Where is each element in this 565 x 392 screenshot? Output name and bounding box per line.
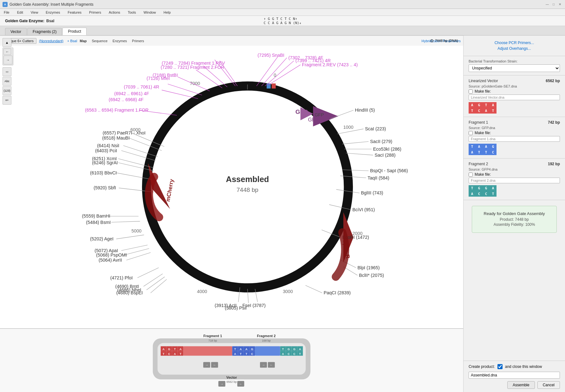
f1-oh-a: A [476,144,483,149]
menu-tools[interactable]: Tools [127,10,137,15]
menu-actions[interactable]: Actions [107,10,121,15]
vector-rev-icon: ← [239,382,242,386]
f2-oh-c2: C [483,191,490,197]
choose-pcr-link[interactable]: Choose PCR Primers... [469,40,560,46]
lv-size: 6562 bp [546,79,560,83]
bacterial-strain-dropdown[interactable]: Unspecified [469,64,560,72]
toolbar-text[interactable]: Abc [3,77,11,86]
assembly-product: Product: 7448 bp [477,217,551,222]
frag1for-label: (6563 .. 6594) Fragment 1.FOR [85,108,148,113]
menu-edit[interactable]: Edit [16,10,24,15]
maximize-button[interactable]: □ [551,2,556,7]
right-top-section: Choose PCR Primers... Adjust Overhangs..… [464,36,565,56]
frag2-size: 168 bp [262,339,270,342]
maubi-label: (6518) MauBI [102,135,130,140]
bspqi-label: BspQI - SapI (566) [370,168,408,173]
minimize-button[interactable]: — [545,2,550,7]
gfp-label2: GFP [308,117,318,122]
toolbar-left[interactable]: ← [3,49,11,55]
menu-help[interactable]: Help [162,10,172,15]
pcii-label: (6403) PciI [95,148,117,153]
tab-product[interactable]: Product [62,28,86,35]
title-bar: A Golden Gate Assembly: Insert Multiple … [0,0,565,9]
taqii-label: TaqII (584) [367,175,389,180]
lv-oh-a2: A [490,102,497,108]
menu-window[interactable]: Window [142,10,157,15]
create-product-checkbox[interactable] [497,364,503,369]
map-toolbar: ▲ ← → ▭ Abc (123) ≡+ [3,38,13,105]
window-title: Golden Gate Assembly: Insert Multiple Fr… [10,2,94,7]
menu-view[interactable]: View [29,10,40,15]
snabi-label: (7295) SnaBI [257,53,284,58]
oh-ac1: A [282,352,284,356]
oh-tt4: T [299,352,301,356]
toolbar-arrow-up[interactable]: ▲ [3,38,11,47]
oh-tt1: T [234,348,236,351]
f2-overhang: T G G A A C C T [469,185,560,197]
f1-makefile-label: Make file: [475,131,491,135]
product-filename-input[interactable] [469,372,560,379]
lv-makefile-label: Make file: [475,89,491,94]
fragment1-section: Fragment 1 742 bp Source: GFP.dna Make f… [464,117,565,159]
bottom-controls: Create product: and close this window As… [464,361,565,392]
f2-makefile-checkbox[interactable] [469,173,473,177]
close-button[interactable]: ✕ [557,2,562,7]
mcherry-feature [149,177,159,217]
f2-oh-g: G [476,185,483,191]
svg-line-5 [346,153,373,155]
plasmid-map: GFP GFP mCherry Spec-R Assembled 7448 bp… [16,36,463,328]
fragment-visual-svg: Fragment 1 718 bp Fragment 2 168 bp A G … [3,332,460,389]
toolbar-right[interactable]: → [3,56,12,64]
svg-line-13 [306,285,322,293]
lv-filename-input[interactable] [469,95,560,100]
main-content: ⊙ 7448 bp (DNA) ▲ ← → ▭ Abc (123) ≡+ [0,36,565,392]
oh-gg2: G [288,348,290,351]
enzyme-name: BsaI [46,19,54,23]
bamhi-label: (5559) BamHI [82,213,110,219]
acii-label: (3913) AcII [215,303,237,308]
bclii-label: BclII* (2075) [359,273,384,278]
toolbar-zoom[interactable]: ≡+ [3,96,11,105]
lv-source: Source: pGoldenGate-SE7.dna [469,84,560,88]
cancel-button[interactable]: Cancel [537,381,560,389]
gfp-small-label: GFP [315,112,324,117]
menu-primers[interactable]: Primers [88,10,102,15]
f2-filename-input[interactable] [469,178,560,183]
oh-g1: G [168,348,170,351]
close-window-label: and close this window [505,364,542,369]
f1-filename-input[interactable] [469,136,560,142]
oh-a2: A [179,348,182,351]
adjust-overhangs-link[interactable]: Adjust Overhangs... [469,46,560,51]
f1-makefile-checkbox[interactable] [469,131,473,135]
toolbar-select[interactable]: ▭ [3,67,11,76]
menu-features[interactable]: Features [67,10,83,15]
f2-oh-a2: A [469,191,476,197]
window-controls[interactable]: — □ ✕ [545,2,562,7]
f2-oh-g2: G [483,185,490,191]
toolbar-number[interactable]: (123) [3,86,11,95]
oh-gg3: G [293,348,295,351]
lv-oh-a: A [469,102,476,108]
svg-line-37 [262,58,287,86]
app-icon: A [3,2,8,7]
svg-line-25 [111,221,140,222]
f1-oh-t2: T [476,149,483,155]
f1-oh-g: G [490,144,497,149]
f1-oh-a3: A [469,149,476,155]
toolbar-nav: ← → [3,48,13,65]
f1-oh-t3: T [483,149,490,155]
menu-file[interactable]: File [3,10,11,15]
vector-fwd-icon: → [220,382,224,386]
lv-makefile-checkbox[interactable] [469,89,473,94]
lv-oh-t3: T [490,108,497,114]
tab-vector[interactable]: Vector [5,28,27,35]
enzyme-seq-bot: C C A G A G N (N)₄ [263,21,301,25]
tab-fragments[interactable]: Fragments (2) [27,28,62,35]
menu-enzymes[interactable]: Enzymes [44,10,61,15]
tick-4000: 4000 [197,289,207,294]
oh-aa2: A [245,348,248,351]
saci-label: SacI (288) [375,153,396,158]
lv-oh-t: T [483,102,490,108]
4r2-label: (7039 .. 7061) 4R [124,84,159,89]
assemble-button[interactable]: Assemble [507,381,535,389]
